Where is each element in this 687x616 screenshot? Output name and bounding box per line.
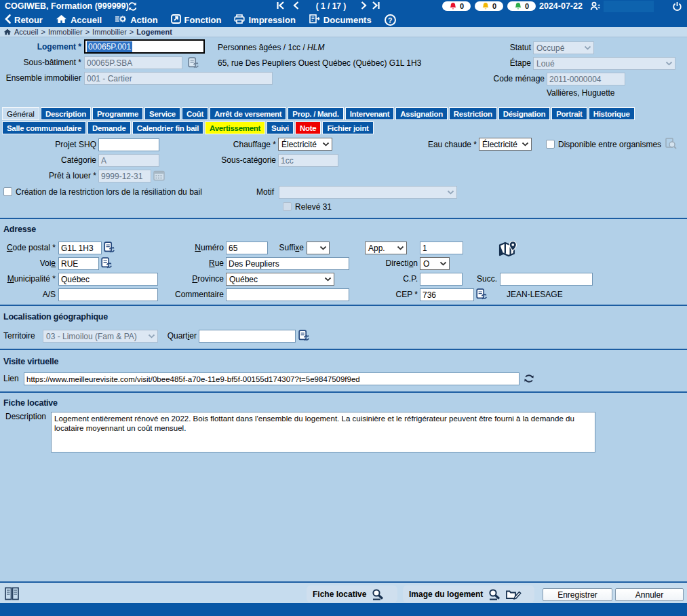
tab-prop-mand[interactable]: Prop. / Mand. [288, 107, 343, 120]
app-window: COGIWEB, Formation (999999) ( 1 / 17 ) 0… [0, 0, 687, 616]
open-link-icon[interactable] [523, 372, 535, 385]
calendar-icon[interactable] [153, 170, 165, 181]
code-postal-lookup-icon[interactable] [104, 242, 115, 253]
territoire-select[interactable]: 03 - Limoilou (Fam & PA) [43, 330, 158, 343]
code-menage-input[interactable]: 2011-0000004 [547, 73, 625, 85]
logout-power-icon[interactable] [672, 1, 682, 12]
organismes-search-icon[interactable] [665, 138, 677, 149]
ensemble-input[interactable]: 001 - Cartier [84, 72, 273, 85]
tab-suivi[interactable]: Suivi [267, 121, 294, 134]
tab-arret-de-versement[interactable]: Arrêt de versement [210, 107, 286, 120]
projet-shq-input[interactable] [98, 138, 159, 151]
tab-programme[interactable]: Programme [92, 107, 143, 120]
description-textarea[interactable]: Logement entièrement rénové en 2022. Boi… [51, 412, 595, 453]
breadcrumb-home-icon[interactable] [3, 28, 12, 35]
tab-cout[interactable]: Coût [182, 107, 208, 120]
numero-input[interactable]: 65 [226, 242, 268, 254]
cp-input[interactable] [420, 273, 463, 286]
breadcrumb-item[interactable]: Immobilier [48, 28, 83, 36]
code-postal-input[interactable]: G1L 1H3 [58, 242, 102, 254]
alert-badge-yellow[interactable]: 0 [475, 1, 503, 11]
function-menu-button[interactable]: Fonction [171, 14, 222, 26]
cep-input[interactable]: 736 [420, 288, 474, 301]
statut-select[interactable]: Occupé [533, 41, 594, 54]
action-menu-button[interactable]: Action [115, 14, 157, 26]
tab-historique[interactable]: Historique [589, 107, 635, 120]
apartment-type-value: App. [368, 244, 385, 253]
as-input[interactable] [58, 288, 158, 301]
sous-batiment-input[interactable]: 00065P.SBA [84, 56, 182, 69]
preview-magnifier-icon[interactable] [371, 588, 385, 600]
creation-restriction-checkbox[interactable] [3, 187, 12, 196]
cep-lookup-icon[interactable] [476, 288, 488, 300]
etape-select[interactable]: Loué [533, 57, 675, 70]
user-name-box[interactable] [604, 1, 654, 12]
tab-demande[interactable]: Demande [87, 121, 131, 134]
description-label: Description [0, 410, 46, 423]
tab-portrait[interactable]: Portrait [551, 107, 587, 120]
apartment-number-input[interactable]: 1 [420, 242, 463, 254]
commentaire-input[interactable] [226, 288, 349, 301]
image-logement-button[interactable]: Image du logement [403, 585, 534, 602]
categorie-input[interactable]: A [98, 154, 159, 167]
tab-note[interactable]: Note [295, 121, 321, 134]
edit-image-icon[interactable] [506, 588, 522, 600]
province-select[interactable]: Québec [226, 273, 334, 286]
motif-select[interactable] [279, 186, 457, 199]
previous-record-icon[interactable] [293, 1, 299, 9]
breadcrumb-item[interactable]: Accueil [14, 28, 38, 36]
map-pin-icon[interactable] [498, 240, 517, 258]
lien-input[interactable]: https://www.meilleurevisite.com/visit/0b… [24, 372, 519, 385]
eau-chaude-select[interactable]: Électricité [479, 138, 532, 151]
first-record-icon[interactable] [276, 1, 285, 9]
help-icon[interactable]: ? [385, 14, 396, 26]
tab-designation[interactable]: Désignation [498, 107, 551, 120]
apartment-type-select[interactable]: App. [365, 242, 407, 254]
disponible-entre-organismes-checkbox[interactable] [546, 140, 555, 149]
print-button[interactable]: Impression [234, 14, 295, 26]
user-switch-icon[interactable] [590, 1, 601, 12]
tab-salle-communautaire[interactable]: Salle communautaire [2, 121, 86, 134]
tab-avertissement[interactable]: Avertissement [205, 121, 265, 134]
alert-badge-red[interactable]: 0 [442, 1, 471, 11]
save-button[interactable]: Enregistrer [543, 588, 612, 601]
succ-input[interactable] [500, 273, 593, 286]
municipalite-input[interactable]: Québec [58, 273, 158, 286]
logement-input[interactable]: 00065P.001 [84, 39, 205, 54]
sous-categorie-input[interactable]: 1cc [278, 154, 338, 167]
home-button[interactable]: Accueil [56, 14, 102, 26]
tab-service[interactable]: Service [144, 107, 180, 120]
alert-badge-green[interactable]: 0 [507, 1, 536, 11]
cep-label: CEP * [366, 288, 418, 301]
program-text: HLM [307, 43, 324, 52]
fiche-locative-button[interactable]: Fiche locative [307, 585, 397, 602]
pret-a-louer-input[interactable]: 9999-12-31 [98, 170, 151, 182]
rue-input[interactable]: Des Peupliers [226, 257, 349, 270]
tab-description[interactable]: Description [41, 107, 91, 120]
tab-calendrier-fin-bail[interactable]: Calendrier fin bail [132, 121, 203, 134]
tab-fichier-joint[interactable]: Fichier joint [322, 121, 373, 134]
view-image-magnifier-icon[interactable] [488, 588, 501, 600]
ledger-book-icon[interactable] [4, 587, 20, 600]
quartier-input[interactable] [199, 330, 296, 343]
voie-lookup-icon[interactable] [101, 257, 113, 269]
tab-intervenant[interactable]: Intervenant [345, 107, 395, 120]
projet-shq-label: Projet SHQ [0, 138, 96, 151]
yellow-bell-icon [482, 2, 490, 10]
last-record-icon[interactable] [372, 1, 380, 9]
back-button[interactable]: Retour [5, 14, 43, 26]
breadcrumb-item[interactable]: Immobilier [92, 28, 127, 36]
sous-batiment-lookup-icon[interactable] [188, 57, 199, 69]
suffixe-select[interactable] [307, 242, 330, 254]
tab-restriction[interactable]: Restriction [449, 107, 497, 120]
documents-button[interactable]: Documents [309, 14, 372, 26]
tab-assignation[interactable]: Assignation [395, 107, 448, 120]
quartier-lookup-icon[interactable] [298, 330, 310, 341]
chauffage-select[interactable]: Électricité [278, 138, 332, 151]
next-record-icon[interactable] [361, 1, 367, 9]
tab-general[interactable]: Général [2, 107, 39, 120]
direction-select[interactable]: O [420, 257, 450, 270]
voie-input[interactable]: RUE [58, 257, 99, 270]
cancel-button[interactable]: Annuler [615, 588, 684, 601]
swap-context-icon[interactable] [127, 1, 138, 12]
